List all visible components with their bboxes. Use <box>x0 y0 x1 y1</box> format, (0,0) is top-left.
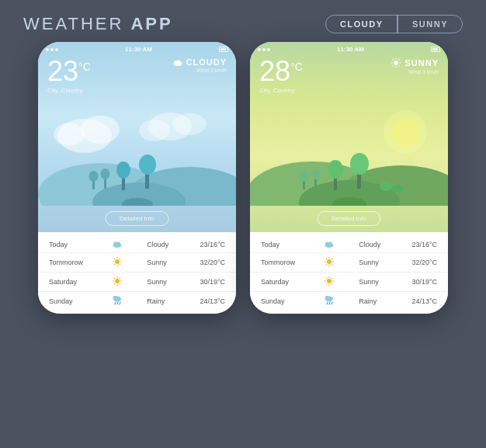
svg-point-63 <box>328 160 343 179</box>
condition-label-sunny: SUNNY <box>404 58 439 68</box>
svg-line-89 <box>326 278 327 279</box>
forecast-row: Tommorow Sunny 32/20°C <box>38 253 236 273</box>
detailed-info-btn-cloudy[interactable]: Detailed Info <box>105 211 169 226</box>
weather-info-cloudy: 23°C City, Country CLOUDY Wind 3 <box>38 54 236 94</box>
temperature-sunny: 28°C <box>259 57 303 85</box>
phone-cloudy: 11:30 AM 23°C City, Country <box>38 42 236 314</box>
svg-point-69 <box>311 168 321 179</box>
phones-row: 11:30 AM 23°C City, Country <box>0 42 486 314</box>
svg-line-30 <box>120 264 120 265</box>
forecast-row: Tommorow Sunny 32/20°C <box>250 253 448 273</box>
svg-line-90 <box>332 283 332 284</box>
app-title: WEATHER APP <box>23 14 173 34</box>
svg-point-5 <box>54 123 85 146</box>
forecast-icon-sun2-s <box>321 276 337 288</box>
svg-line-97 <box>332 302 332 304</box>
svg-point-8 <box>172 113 207 135</box>
status-bar-sunny: 11:30 AM <box>250 42 448 54</box>
svg-line-41 <box>114 283 115 284</box>
svg-line-44 <box>115 302 116 304</box>
forecast-row: Saturday Sunny 30/19°C <box>250 273 448 292</box>
svg-point-67 <box>300 171 309 182</box>
svg-point-94 <box>325 296 330 300</box>
phone-screen-cloudy: 11:30 AM 23°C City, Country <box>38 42 236 232</box>
forecast-sunny: Today Cloudy 23/16°C Tommorow Sunny 32/2… <box>250 232 448 314</box>
forecast-icon-sun2 <box>109 276 125 288</box>
cloud-condition-icon <box>172 58 183 66</box>
svg-line-82 <box>332 259 332 259</box>
svg-line-52 <box>393 59 394 60</box>
forecast-cloudy: Today Cloudy 23/16°C Tommorow Sunny 32/2… <box>38 232 236 314</box>
temperature-cloudy: 23°C <box>47 57 91 85</box>
time-display-cloudy: 11:30 AM <box>125 46 152 53</box>
svg-point-2 <box>177 61 181 64</box>
svg-point-47 <box>394 61 398 65</box>
svg-line-95 <box>327 302 328 304</box>
svg-line-39 <box>120 283 120 284</box>
svg-line-46 <box>120 302 120 304</box>
wind-label-sunny: Wind 3 km/h <box>391 69 439 75</box>
svg-point-75 <box>327 259 332 264</box>
forecast-row: Sunday Rainy 24/13°C <box>250 292 448 311</box>
svg-line-32 <box>114 264 115 265</box>
svg-line-45 <box>117 302 118 304</box>
svg-point-20 <box>101 168 110 179</box>
phone-sunny: 11:30 AM 28°C City, Country <box>250 42 448 314</box>
svg-point-33 <box>115 279 120 283</box>
detailed-info-btn-sunny[interactable]: Detailed Info <box>317 211 381 226</box>
svg-point-16 <box>139 155 156 175</box>
svg-point-43 <box>113 296 118 300</box>
svg-point-84 <box>327 279 332 283</box>
tab-bar: CLOUDY SUNNY <box>325 15 463 33</box>
svg-line-29 <box>114 259 115 259</box>
svg-point-74 <box>328 242 332 245</box>
svg-line-81 <box>332 264 332 265</box>
forecast-icon-sun <box>109 256 125 269</box>
city-cloudy: City, Country <box>47 87 91 94</box>
svg-line-91 <box>332 278 332 279</box>
wind-label-cloudy: Wind 3 km/h <box>172 68 227 73</box>
temp-block-sunny: 28°C City, Country <box>259 57 303 94</box>
forecast-icon-rain-s <box>321 295 337 307</box>
svg-point-14 <box>116 161 130 179</box>
svg-line-96 <box>329 302 330 304</box>
svg-point-23 <box>116 242 120 245</box>
forecast-icon-rain <box>109 295 125 307</box>
forecast-icon-sun-s <box>321 256 337 269</box>
time-display-sunny: 11:30 AM <box>337 46 364 53</box>
svg-line-31 <box>120 259 120 259</box>
sun-condition-icon <box>391 57 401 68</box>
svg-line-55 <box>393 65 394 66</box>
svg-line-40 <box>120 278 120 279</box>
svg-point-65 <box>350 153 369 175</box>
svg-point-70 <box>380 182 392 191</box>
tab-cloudy[interactable]: CLOUDY <box>326 16 397 33</box>
forecast-row: Saturday Sunny 30/19°C <box>38 273 236 292</box>
forecast-row: Sunday Rainy 24/13°C <box>38 292 236 311</box>
battery-cloudy <box>219 47 228 52</box>
svg-line-38 <box>114 278 115 279</box>
status-bar-cloudy: 11:30 AM <box>38 42 236 54</box>
landscape-sunny <box>250 105 448 209</box>
battery-sunny <box>431 47 440 52</box>
svg-point-57 <box>391 118 419 146</box>
svg-point-7 <box>139 120 170 141</box>
svg-point-71 <box>392 185 403 193</box>
header: WEATHER APP CLOUDY SUNNY <box>0 0 486 42</box>
landscape-cloudy <box>38 105 236 209</box>
temp-block-cloudy: 23°C City, Country <box>47 57 91 94</box>
svg-point-4 <box>81 116 120 144</box>
svg-line-54 <box>399 59 400 60</box>
forecast-row: Today Cloudy 23/16°C <box>250 237 448 253</box>
svg-point-18 <box>89 171 99 182</box>
condition-label-cloudy: CLOUDY <box>186 57 227 67</box>
phone-screen-sunny: 11:30 AM 28°C City, Country <box>250 42 448 232</box>
forecast-row: Today Cloudy 23/16°C <box>38 237 236 253</box>
forecast-icon-cloud-s <box>321 240 337 249</box>
signal-dots <box>46 48 58 51</box>
condition-block-sunny: SUNNY Wind 3 km/h <box>391 57 439 75</box>
svg-point-24 <box>115 259 120 264</box>
tab-sunny[interactable]: SUNNY <box>398 16 462 33</box>
svg-line-92 <box>326 283 327 284</box>
signal-dots-sunny <box>258 48 270 51</box>
